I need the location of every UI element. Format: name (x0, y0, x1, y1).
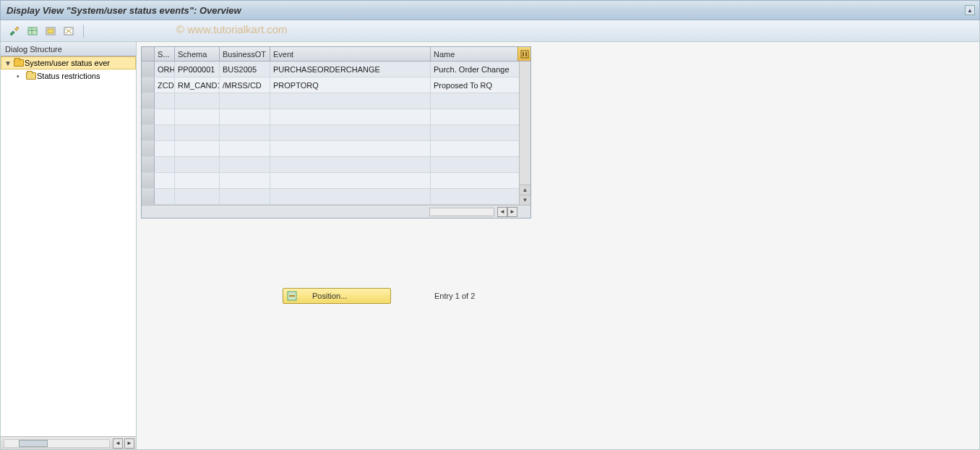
column-header-s[interactable]: S... (155, 47, 175, 61)
deselect-all-icon[interactable] (61, 24, 77, 38)
cell-businessot[interactable]: /MRSS/CD (220, 77, 270, 93)
dialog-structure-tree[interactable]: ▼ System/user status ever • Status restr… (1, 56, 136, 436)
scroll-left-icon[interactable]: ◄ (497, 207, 507, 217)
edit-toggle-icon[interactable] (7, 24, 22, 38)
cell-name[interactable] (431, 93, 530, 109)
scrollbar-thumb[interactable] (19, 440, 48, 447)
cell-businessot[interactable] (220, 109, 270, 124)
expand-icon[interactable]: ▼ (4, 59, 13, 67)
cell-s[interactable] (155, 189, 175, 204)
cell-name[interactable] (431, 189, 530, 204)
column-header-event[interactable]: Event (270, 47, 431, 61)
grid-settings-icon[interactable] (517, 47, 530, 61)
position-button[interactable]: Position... (283, 288, 391, 304)
scroll-right-icon[interactable]: ► (124, 438, 134, 449)
tree-item-label: System/user status ever (25, 59, 110, 67)
cell-schema[interactable] (175, 189, 220, 204)
cell-event[interactable] (270, 109, 431, 124)
row-selector[interactable] (142, 61, 155, 77)
select-all-icon[interactable] (43, 24, 59, 38)
tree-item-status-restrictions[interactable]: • Status restrictions (1, 69, 136, 82)
cell-businessot[interactable] (220, 157, 270, 172)
cell-event[interactable] (270, 141, 431, 156)
row-selector[interactable] (142, 189, 155, 204)
cell-schema[interactable] (175, 157, 220, 172)
sidebar-header: Dialog Structure (1, 42, 136, 56)
cell-name[interactable] (431, 125, 530, 140)
cell-event[interactable] (270, 157, 431, 172)
cell-s[interactable] (155, 93, 175, 109)
svg-rect-10 (525, 52, 527, 56)
row-selector[interactable] (142, 77, 155, 93)
cell-schema[interactable] (175, 125, 220, 140)
cell-event[interactable] (270, 173, 431, 188)
sidebar-hscrollbar[interactable]: ◄ ► (1, 436, 136, 449)
cell-name[interactable] (431, 157, 530, 172)
cell-s[interactable] (155, 109, 175, 124)
scroll-up-icon[interactable]: ▲ (520, 184, 530, 195)
row-selector[interactable] (142, 141, 155, 156)
cell-name[interactable] (431, 141, 530, 156)
cell-schema[interactable] (175, 93, 220, 109)
cell-event[interactable]: PURCHASEORDERCHANGE (270, 61, 431, 77)
table-row[interactable] (142, 141, 530, 157)
table-row[interactable]: ZCDRM_CAND1/MRSS/CDPROPTORQProposed To R… (142, 77, 530, 93)
collapse-icon[interactable]: ▲ (965, 5, 975, 15)
cell-businessot[interactable] (220, 141, 270, 156)
cell-schema[interactable] (175, 173, 220, 188)
table-row[interactable] (142, 189, 530, 205)
cell-businessot[interactable] (220, 125, 270, 140)
row-selector[interactable] (142, 157, 155, 172)
cell-name[interactable]: Purch. Order Change (431, 61, 530, 77)
table-details-icon[interactable] (25, 24, 40, 38)
table-row[interactable] (142, 93, 530, 109)
cell-schema[interactable]: PP000001 (175, 61, 220, 77)
table-row[interactable] (142, 125, 530, 141)
cell-s[interactable] (155, 173, 175, 188)
row-selector[interactable] (142, 109, 155, 124)
cell-businessot[interactable] (220, 93, 270, 109)
cell-s[interactable] (155, 157, 175, 172)
column-header-schema[interactable]: Schema (175, 47, 220, 61)
cell-name[interactable] (431, 173, 530, 188)
cell-s[interactable] (155, 141, 175, 156)
cell-s[interactable]: ZCD (155, 77, 175, 93)
cell-businessot[interactable] (220, 173, 270, 188)
status-events-grid: S... Schema BusinessOT Event Name ORHPP0… (141, 46, 531, 218)
table-row[interactable]: ORHPP000001BUS2005PURCHASEORDERCHANGEPur… (142, 61, 530, 77)
scroll-right-icon[interactable]: ► (507, 207, 517, 217)
table-row[interactable] (142, 157, 530, 173)
scroll-left-icon[interactable]: ◄ (113, 438, 123, 449)
cell-name[interactable] (431, 109, 530, 124)
grid-vscrollbar[interactable]: ▲ ▼ (519, 61, 530, 205)
cell-schema[interactable]: RM_CAND1 (175, 77, 220, 93)
column-header-name[interactable]: Name (431, 47, 530, 61)
cell-schema[interactable] (175, 109, 220, 124)
folder-open-icon (13, 59, 25, 67)
cell-name[interactable]: Proposed To RQ (431, 77, 530, 93)
cell-businessot[interactable]: BUS2005 (220, 61, 270, 77)
cell-event[interactable] (270, 189, 431, 204)
column-header-businessot[interactable]: BusinessOT (220, 47, 270, 61)
tree-item-status-events[interactable]: ▼ System/user status ever (1, 56, 136, 69)
cell-schema[interactable] (175, 141, 220, 156)
cell-businessot[interactable] (220, 189, 270, 204)
table-row[interactable] (142, 109, 530, 125)
cell-event[interactable] (270, 93, 431, 109)
cell-s[interactable]: ORH (155, 61, 175, 77)
scrollbar-track[interactable] (4, 439, 110, 448)
grid-body: ORHPP000001BUS2005PURCHASEORDERCHANGEPur… (142, 61, 530, 205)
row-selector[interactable] (142, 173, 155, 188)
cell-s[interactable] (155, 125, 175, 140)
grid-select-all[interactable] (142, 47, 155, 61)
svg-rect-4 (48, 29, 53, 33)
row-selector[interactable] (142, 125, 155, 140)
scrollbar-track[interactable] (429, 208, 494, 216)
leaf-bullet-icon: • (17, 72, 25, 80)
scroll-down-icon[interactable]: ▼ (520, 195, 530, 205)
cell-event[interactable] (270, 125, 431, 140)
grid-hscrollbar[interactable]: ◄ ► (142, 205, 530, 218)
cell-event[interactable]: PROPTORQ (270, 77, 431, 93)
row-selector[interactable] (142, 93, 155, 109)
table-row[interactable] (142, 173, 530, 189)
